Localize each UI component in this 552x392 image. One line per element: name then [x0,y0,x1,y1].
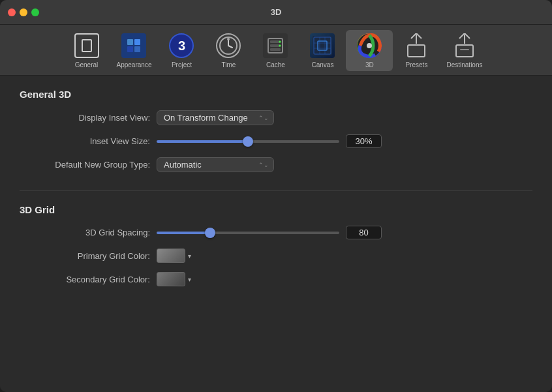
svg-rect-11 [270,48,281,51]
3d-icon-svg [357,33,382,58]
svg-point-7 [227,38,230,40]
destinations-icon-shape [452,33,477,58]
toolbar-item-time[interactable]: Time [205,30,252,71]
svg-rect-14 [313,36,332,55]
svg-rect-2 [127,46,133,52]
inset-size-row: Inset View Size: 30% [20,134,532,148]
window-title: 3D [271,7,282,17]
secondary-color-swatch[interactable] [157,272,185,286]
cache-icon-shape [263,33,288,58]
general-icon-shape [74,33,99,58]
toolbar: General Appearance 3 Project [0,25,552,76]
presets-icon-shape [404,33,429,58]
grid-3d-title: 3D Grid [20,204,532,215]
svg-point-12 [279,41,281,43]
group-type-row: Default New Group Type: Automatic Standa… [20,157,532,172]
toolbar-label-canvas: Canvas [312,61,334,68]
3d-icon [356,33,382,59]
canvas-icon-svg [311,35,333,57]
toolbar-label-project: Project [172,61,192,68]
content-area: General 3D Display Inset View: Never Alw… [0,76,552,392]
titlebar: 3D [0,0,552,25]
group-type-dropdown-wrapper[interactable]: Automatic Standard Text Replicator [157,157,274,172]
secondary-color-wrapper: ▾ [157,272,191,286]
cache-icon-svg [266,36,285,55]
inset-size-label: Inset View Size: [20,136,150,146]
group-type-label: Default New Group Type: [20,160,150,170]
project-icon: 3 [168,33,194,59]
appearance-icon-shape [121,33,146,58]
secondary-color-arrow[interactable]: ▾ [188,276,191,283]
display-inset-label: Display Inset View: [20,113,150,123]
appearance-icon [121,33,147,59]
traffic-lights [8,8,39,16]
primary-color-wrapper: ▾ [157,249,191,263]
toolbar-label-destinations: Destinations [446,61,482,68]
inset-size-slider-wrapper: 30% [157,134,532,148]
grid-spacing-slider[interactable] [157,232,339,234]
close-button[interactable] [8,8,16,16]
svg-line-6 [228,46,232,48]
presets-icon-svg [405,33,427,58]
toolbar-item-presets[interactable]: Presets [393,30,440,71]
general-3d-title: General 3D [20,89,532,100]
maximize-button[interactable] [31,8,39,16]
toolbar-label-appearance: Appearance [117,61,152,68]
destinations-icon-svg [453,33,476,58]
grid-spacing-label: 3D Grid Spacing: [20,228,150,237]
general-3d-section: General 3D Display Inset View: Never Alw… [20,89,532,172]
display-inset-select[interactable]: Never Always On Transform Change On Mous… [157,110,274,125]
grid-spacing-row: 3D Grid Spacing: 80 [20,226,532,239]
primary-color-label: Primary Grid Color: [20,251,150,261]
toolbar-label-cache: Cache [266,61,285,68]
time-icon-svg [219,36,238,55]
toolbar-label-general: General [75,61,99,68]
primary-color-swatch[interactable] [157,249,185,263]
presets-icon [403,33,429,59]
toolbar-item-3d[interactable]: 3D [346,30,393,71]
toolbar-item-project[interactable]: 3 Project [158,30,205,71]
primary-color-row: Primary Grid Color: ▾ [20,249,532,263]
destinations-icon [452,33,478,59]
svg-rect-3 [134,46,140,52]
display-inset-row: Display Inset View: Never Always On Tran… [20,110,532,125]
toolbar-label-presets: Presets [406,61,428,68]
section-divider [20,190,532,191]
svg-rect-28 [460,49,469,50]
secondary-color-row: Secondary Grid Color: ▾ [20,272,532,286]
time-icon-shape [216,33,241,58]
general-icon-inner [82,39,92,52]
toolbar-item-cache[interactable]: Cache [252,30,299,71]
appearance-icon-svg [125,37,142,54]
time-icon [215,33,241,59]
svg-rect-0 [127,39,133,45]
toolbar-item-appearance[interactable]: Appearance [110,30,159,71]
svg-rect-26 [456,45,473,57]
toolbar-label-time: Time [222,61,236,68]
secondary-color-label: Secondary Grid Color: [20,275,150,284]
grid-spacing-slider-wrapper: 80 [157,226,532,239]
canvas-icon-shape [310,33,335,58]
minimize-button[interactable] [20,8,27,16]
primary-color-arrow[interactable]: ▾ [188,252,191,260]
group-type-select[interactable]: Automatic Standard Text Replicator [157,157,274,172]
toolbar-item-canvas[interactable]: Canvas [299,30,346,71]
canvas-icon [309,33,335,59]
inset-size-value[interactable]: 30% [346,134,382,148]
svg-rect-24 [408,45,425,57]
project-icon-shape: 3 [169,33,194,58]
3d-icon-shape [357,33,382,58]
svg-point-23 [367,43,372,48]
display-inset-dropdown-wrapper[interactable]: Never Always On Transform Change On Mous… [157,110,274,125]
grid-spacing-value[interactable]: 80 [346,226,382,239]
toolbar-label-3d: 3D [365,61,374,68]
general-icon [74,33,100,59]
toolbar-item-general[interactable]: General [63,30,110,71]
cache-icon [262,33,288,59]
inset-size-slider[interactable] [157,140,339,143]
svg-rect-1 [134,39,140,45]
main-window: 3D General A [0,0,552,392]
toolbar-item-destinations[interactable]: Destinations [440,30,489,71]
svg-point-13 [279,45,281,47]
grid-3d-section: 3D Grid 3D Grid Spacing: 80 Primary Grid… [20,204,532,286]
